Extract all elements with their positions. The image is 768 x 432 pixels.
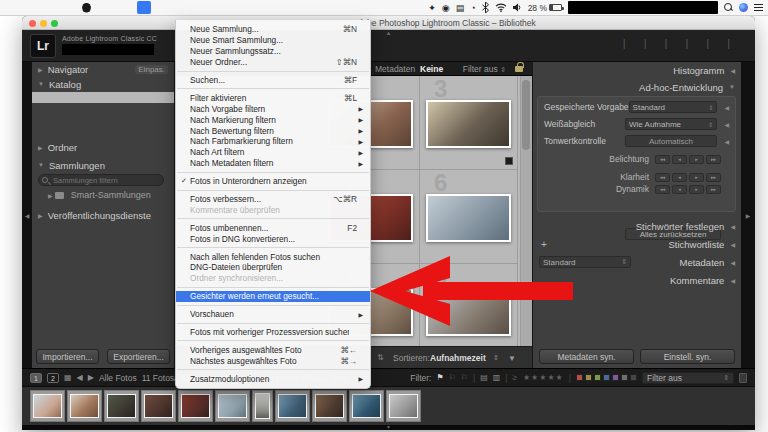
sync-settings-button[interactable]: Einstell. syn. [640,349,735,364]
folders-header[interactable]: ▶ Ordner [32,140,174,154]
grid-photo[interactable] [426,100,511,148]
decrease-large-button[interactable]: ◂◂ [655,185,670,194]
chevron-left-icon[interactable]: ◀ [721,121,729,128]
menu-item[interactable]: Neuer Sammlungssatz... [176,46,370,57]
filmstrip-cell[interactable] [141,390,176,422]
thumb-photo[interactable] [218,394,247,418]
increase-button[interactable]: ▸ [689,185,704,194]
export-button[interactable]: Exportieren... [107,349,170,364]
chevron-left-icon[interactable]: ◀ [721,138,729,145]
filmstrip-cell[interactable] [67,390,102,422]
increase-large-button[interactable]: ▸▸ [706,185,721,194]
filter-tab-none[interactable]: Keine [420,64,443,74]
catalog-item[interactable] [32,114,174,125]
sync-metadata-button[interactable]: Metadaten syn. [539,349,634,364]
keywording-header[interactable]: Stichwörter festlegen ◀ [533,218,741,234]
menu-item[interactable]: Nach Bewertung filtern ▶ [176,125,370,136]
color-label-chip[interactable] [630,374,637,381]
menu-item[interactable]: Neuer Ordner... ⇧⌘N [176,57,370,68]
menu-item[interactable]: Suchen... ⌘F [176,75,370,86]
increase-button[interactable]: ▸ [689,155,704,164]
notification-center-icon[interactable] [754,4,763,12]
import-button[interactable]: Importieren... [36,349,99,364]
white-balance-dropdown[interactable]: Wie Aufnahme⇕ [625,118,717,130]
flag-unflagged-icon[interactable]: ⚐ [449,373,456,382]
decrease-button[interactable]: ◂ [672,173,687,182]
filter-toggle-switch[interactable] [739,373,747,383]
spotlight-search-icon[interactable] [724,3,733,12]
scrollbar-thumb[interactable] [522,80,530,150]
filmstrip-cell[interactable] [178,390,213,422]
menu-item[interactable] [177,172,369,173]
menu-item[interactable] [177,190,369,191]
menu-item[interactable] [177,71,369,72]
chevron-left-icon[interactable]: ◀ [721,104,729,111]
menu-item[interactable] [177,247,369,248]
bluetooth-icon[interactable] [482,2,489,13]
filmstrip-cell[interactable] [215,390,250,422]
source-label[interactable]: Alle Fotos [99,373,137,383]
menu-item[interactable]: Nach Farbmarkierung filtern ▶ [176,136,370,147]
color-label-chip[interactable] [621,374,628,381]
collections-search-input[interactable] [38,174,164,186]
catalog-item[interactable] [32,103,174,114]
decrease-large-button[interactable]: ◂◂ [655,173,670,182]
increase-large-button[interactable]: ▸▸ [706,173,721,182]
catalog-header[interactable]: ▼ Katalog [32,77,174,91]
menu-bar-item[interactable] [95,1,109,14]
menu-item[interactable]: Ordner synchronisieren... [176,273,370,284]
menu-item[interactable] [177,323,369,324]
apple-logo-icon[interactable] [82,3,91,13]
thumb-photo[interactable] [352,394,381,418]
menu-item[interactable]: Nächstes ausgewähltes Foto ⌘→ [176,355,370,366]
color-label-chip[interactable] [612,374,619,381]
flag-rejected-icon[interactable]: ⚐ [461,373,468,382]
catalog-item[interactable] [32,125,174,136]
grid-photo[interactable] [426,194,511,242]
close-window-button[interactable] [29,20,36,27]
filmstrip-cell[interactable] [349,390,384,422]
menu-item[interactable]: Fotos umbenennen... F2 [176,222,370,233]
menu-item[interactable]: Neue Sammlung... ⌘N [176,24,370,35]
menu-item[interactable]: Filter aktivieren ⌘L [176,92,370,103]
filter-preset-dropdown[interactable]: Filter aus ⇕ [463,64,506,74]
sort-value[interactable]: Aufnahmezeit [430,353,486,363]
star-rating-icons[interactable]: ★★★★★ [523,373,564,382]
menu-bar-item[interactable] [193,1,207,14]
menu-item[interactable]: Fotos verbessern... ⌥⌘R [176,194,370,205]
thumb-photo[interactable] [255,393,270,419]
color-label-chip[interactable] [603,374,610,381]
quick-develop-header[interactable]: Ad-hoc-Entwicklung ▼ [533,79,741,95]
filmstrip-cell[interactable] [386,390,421,422]
menu-item[interactable] [177,287,369,288]
filmstrip-cell[interactable] [252,390,273,422]
color-label-chip[interactable] [594,374,601,381]
menu-item[interactable]: Fotos mit vorheriger Prozessversion such… [176,327,370,338]
navigator-zoom-fit[interactable]: Einpas. [135,65,168,74]
menu-item[interactable]: ✓ Fotos in Unterordnern anzeigen [176,176,370,187]
navigator-header[interactable]: ▶ Navigator Einpas. [32,62,174,76]
decrease-button[interactable]: ◂ [672,185,687,194]
edit-status-alt-icon[interactable]: ▥ [493,373,501,382]
wifi-icon[interactable] [495,3,507,12]
menu-bar-item[interactable] [109,1,123,14]
menu-item[interactable]: Kommentare überprüfen [176,204,370,215]
window-title-bar[interactable]: Adobe Photoshop Lightroom Classic – Bibl… [22,16,755,30]
menu-bar-item[interactable] [207,1,221,14]
menu-item[interactable]: Nach Art filtern ▶ [176,147,370,158]
saved-preset-dropdown[interactable]: Standard⇕ [629,101,718,113]
time-machine-icon[interactable]: ◔ [470,3,475,13]
grid-view-icon[interactable]: ▦ [64,373,72,382]
siri-icon[interactable] [739,3,748,12]
color-label-chip[interactable] [585,374,592,381]
decrease-large-button[interactable]: ◂◂ [655,155,670,164]
menu-bar-item[interactable] [151,1,165,14]
collection-badge-icon[interactable] [505,157,513,165]
menu-item[interactable]: Nach allen fehlenden Fotos suchen [176,251,370,262]
menu-bar-item[interactable] [165,1,179,14]
thumb-photo[interactable] [181,394,210,418]
main-window-button[interactable]: 1 [30,373,42,383]
histogram-header[interactable]: Histogramm ◀ [533,62,741,78]
thumb-photo[interactable] [278,394,307,418]
menu-item[interactable]: Nach Vorgabe filtern ▶ [176,103,370,114]
